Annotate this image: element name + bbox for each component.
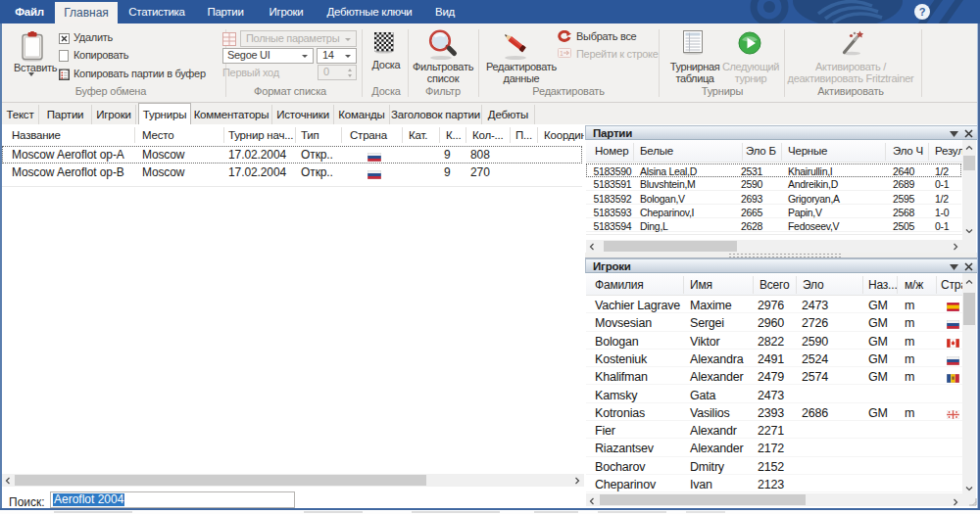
svg-text:1: 1 <box>560 50 564 57</box>
